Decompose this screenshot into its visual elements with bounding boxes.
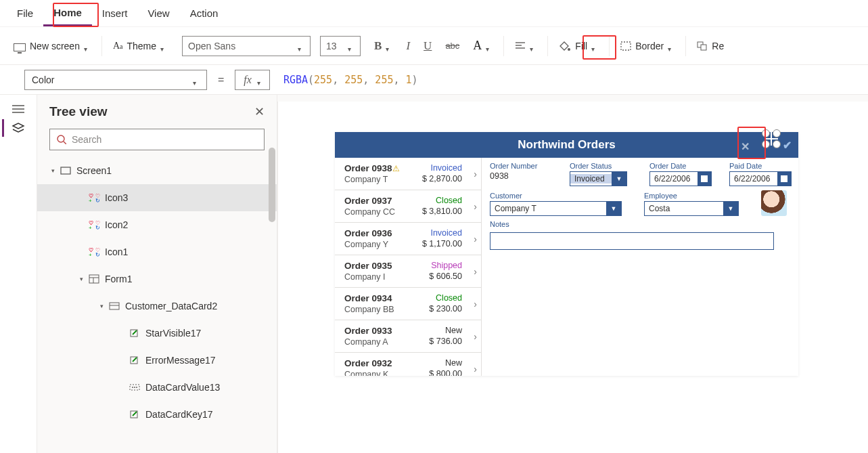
ribbon: New screen Aa Theme Open Sans 13 B I U a… (0, 27, 868, 65)
order-status: Shipped (431, 261, 462, 270)
font-color-button[interactable]: A (467, 35, 498, 57)
svg-line-11 (64, 142, 66, 144)
order-number: Order 0935 (344, 261, 392, 271)
equals-sign: = (214, 74, 228, 86)
node-icon: ♡♡+↻ (89, 247, 101, 257)
tree-scrollbar[interactable] (269, 148, 275, 222)
order-amount: $ 1,170.00 (422, 239, 462, 249)
hamburger-button[interactable] (12, 104, 24, 114)
node-label: DataCardValue13 (145, 382, 220, 393)
align-icon (515, 41, 526, 51)
paid-date-label: Paid Date (729, 162, 790, 170)
tree-search-input[interactable]: Search (49, 129, 265, 150)
order-row[interactable]: Order 0934ClosedCompany BB$ 230.00› (335, 288, 481, 320)
tree-node-datacardkey17[interactable]: DataCardKey17 (37, 401, 277, 428)
tree-node-starvisible17[interactable]: StarVisible17 (37, 320, 277, 347)
node-label: Icon3 (105, 192, 128, 203)
chevron-right-icon: › (474, 169, 477, 179)
property-value: Color (32, 74, 54, 85)
order-number: Order 0936 (344, 228, 392, 238)
align-button[interactable] (509, 35, 542, 57)
bold-button[interactable]: B (369, 35, 398, 57)
tree-node-screen1[interactable]: ▾Screen1 (37, 157, 277, 184)
employee-select[interactable]: Costa ▼ (644, 201, 739, 216)
border-button[interactable]: Border (615, 35, 680, 57)
theme-button[interactable]: Aa Theme (108, 35, 173, 57)
node-icon (89, 274, 101, 284)
svg-rect-6 (701, 45, 706, 50)
separator (503, 36, 504, 56)
order-amount: $ 3,810.00 (422, 207, 462, 216)
notes-input[interactable] (490, 232, 774, 250)
order-number-label: Order Number (490, 162, 551, 170)
tree-node-icon3[interactable]: ♡♡+↻Icon3 (37, 184, 277, 211)
app-preview: Northwind Orders ✕ ✔ Order 0938⚠Invoiced… (335, 132, 798, 376)
order-row[interactable]: Order 0935ShippedCompany I$ 606.50› (335, 255, 481, 288)
node-label: Form1 (105, 274, 132, 284)
order-status-select[interactable]: Invoiced ▼ (570, 171, 627, 186)
fill-button[interactable]: Fill (553, 35, 603, 57)
calendar-icon (698, 172, 711, 186)
fx-icon: fx (241, 74, 254, 86)
tree-node-datacardvalue13[interactable]: DataCardValue13 (37, 374, 277, 401)
customer-select[interactable]: Company T ▼ (490, 201, 622, 216)
tree-node-customer_datacard2[interactable]: ▾Customer_DataCard2 (37, 293, 277, 320)
underline-button[interactable]: U (418, 35, 437, 57)
property-select[interactable]: Color (24, 70, 207, 90)
new-screen-button[interactable]: New screen (8, 35, 96, 57)
orders-gallery[interactable]: Order 0938⚠InvoicedCompany T$ 2,870.00›O… (335, 158, 482, 376)
svg-rect-25 (89, 275, 99, 283)
reorder-button[interactable]: Re (691, 35, 729, 57)
formula-arg: 255 (344, 74, 363, 86)
font-size-select[interactable]: 13 (320, 36, 361, 56)
order-row[interactable]: Order 0937ClosedCompany CC$ 3,810.00› (335, 190, 481, 223)
node-icon (109, 302, 121, 310)
svg-point-10 (58, 135, 64, 142)
submit-icon[interactable]: ✔ (783, 139, 792, 152)
order-amount: $ 2,870.00 (422, 174, 462, 184)
order-row[interactable]: Order 0933NewCompany A$ 736.00› (335, 320, 481, 353)
menu-home[interactable]: Home (43, 0, 92, 26)
chevron-down-icon (486, 43, 493, 49)
order-row[interactable]: Order 0936InvoicedCompany Y$ 1,170.00› (335, 223, 481, 255)
chevron-down-icon (160, 43, 167, 49)
tree-close-button[interactable]: ✕ (254, 104, 265, 119)
menu-view[interactable]: View (137, 0, 179, 26)
menu-file[interactable]: File (7, 0, 43, 26)
cancel-icon[interactable]: ✕ (741, 140, 750, 153)
paid-date-picker[interactable]: 6/22/2006 (729, 171, 792, 186)
order-status-label: Order Status (570, 162, 631, 170)
tree-node-icon2[interactable]: ♡♡+↻Icon2 (37, 211, 277, 238)
order-number: Order 0937 (344, 196, 392, 206)
formula-arg: 255 (314, 74, 332, 86)
order-status: Closed (436, 293, 462, 303)
italic-button[interactable]: I (401, 35, 415, 57)
order-row[interactable]: Order 0932NewCompany K$ 800.00› (335, 353, 481, 376)
strikethrough-button[interactable]: abc (440, 35, 465, 57)
tree-node-errormessage17[interactable]: ErrorMessage17 (37, 347, 277, 374)
chevron-down-icon (84, 43, 91, 49)
node-label: Icon1 (105, 246, 128, 257)
app-body: Order 0938⚠InvoicedCompany T$ 2,870.00›O… (335, 158, 798, 376)
tree-view-rail-button[interactable] (12, 122, 25, 134)
new-screen-label: New screen (30, 41, 80, 51)
order-date-picker[interactable]: 6/22/2006 (649, 171, 712, 186)
node-icon (129, 410, 141, 419)
tree-node-form1[interactable]: ▾Form1 (37, 265, 277, 293)
tree-title: Tree view (49, 104, 108, 119)
font-size-value: 13 (326, 41, 337, 51)
formula-input[interactable]: RGBA(255, 255, 255, 1) (277, 74, 418, 86)
employee-label: Employee (644, 192, 742, 200)
fill-icon (559, 41, 571, 51)
tree-list: ▾Screen1♡♡+↻Icon3♡♡+↻Icon2♡♡+↻Icon1▾Form… (37, 157, 277, 453)
left-rail (0, 95, 37, 453)
menu-insert[interactable]: Insert (92, 0, 138, 26)
tree-node-icon1[interactable]: ♡♡+↻Icon1 (37, 238, 277, 265)
strikethrough-icon: abc (445, 41, 459, 51)
svg-text:+: + (89, 252, 92, 257)
font-family-select[interactable]: Open Sans (182, 36, 311, 56)
canvas[interactable]: Northwind Orders ✕ ✔ Order 0938⚠Invoiced… (277, 95, 868, 453)
fx-button[interactable]: fx (235, 70, 270, 90)
menu-action[interactable]: Action (180, 0, 229, 26)
order-row[interactable]: Order 0938⚠InvoicedCompany T$ 2,870.00› (335, 158, 481, 190)
